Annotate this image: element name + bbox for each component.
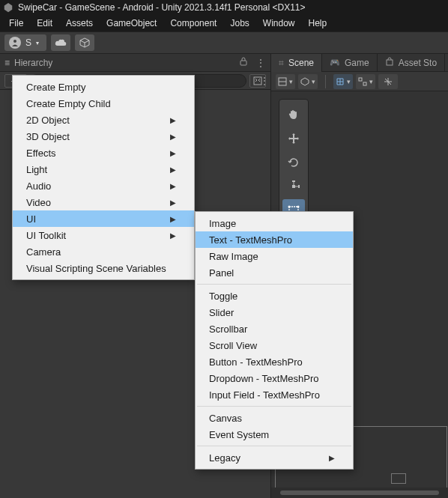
cm-visual-scripting[interactable]: Visual Scripting Scene Variables xyxy=(13,260,194,276)
scale-tool[interactable] xyxy=(282,175,305,198)
menu-gameobject[interactable]: GameObject xyxy=(100,16,163,30)
menu-window[interactable]: Window xyxy=(257,16,301,30)
hierarchy-tab-label: Hierarchy xyxy=(14,58,52,68)
cm-event-system[interactable]: Event System xyxy=(196,426,353,443)
cm-create-empty[interactable]: Create Empty xyxy=(13,79,194,95)
cm-label: UI Toolkit xyxy=(26,230,66,241)
menu-file[interactable]: File xyxy=(3,16,29,30)
lock-icon[interactable] xyxy=(239,57,248,68)
menu-component[interactable]: Component xyxy=(164,16,223,30)
cm-label: UI xyxy=(26,213,36,225)
svg-rect-2 xyxy=(240,61,246,65)
cloud-button[interactable] xyxy=(51,34,70,51)
cm-label: Visual Scripting Scene Variables xyxy=(26,263,166,274)
bag-icon xyxy=(385,57,394,68)
move-tool[interactable] xyxy=(282,127,305,150)
account-dropdown[interactable]: S ▾ xyxy=(4,34,46,51)
rotate-tool[interactable] xyxy=(282,151,305,174)
cm-2d-object[interactable]: 2D Object▶ xyxy=(13,112,194,128)
cm-label: Create Empty xyxy=(26,82,85,93)
tab-game-label: Game xyxy=(345,58,369,68)
box-button[interactable] xyxy=(75,34,94,51)
menu-jobs[interactable]: Jobs xyxy=(224,16,255,30)
cm-raw-image[interactable]: Raw Image xyxy=(196,248,353,264)
menu-assets[interactable]: Assets xyxy=(60,16,99,30)
scroll-thumb-h[interactable] xyxy=(280,491,439,495)
cm-label: Text - TextMeshPro xyxy=(209,234,292,246)
main-toolbar: S ▾ xyxy=(0,31,448,54)
hand-tool[interactable] xyxy=(282,103,305,126)
svg-point-1 xyxy=(13,40,16,43)
shading-mode-dropdown[interactable] xyxy=(276,74,295,89)
cm-label: Canvas xyxy=(209,413,242,424)
cm-video[interactable]: Video▶ xyxy=(13,194,194,210)
cm-label: Toggle xyxy=(209,291,237,302)
cm-audio[interactable]: Audio▶ xyxy=(13,177,194,194)
hierarchy-header: ≡ Hierarchy ⋮ xyxy=(0,54,270,72)
menu-separator xyxy=(197,406,351,407)
chevron-down-icon: ▾ xyxy=(36,40,39,46)
tab-asset-store[interactable]: Asset Sto xyxy=(378,54,445,72)
svg-rect-6 xyxy=(387,60,393,65)
cm-effects[interactable]: Effects▶ xyxy=(13,145,194,161)
viewport-handle-rect[interactable] xyxy=(391,473,406,484)
cm-dropdown-tmp[interactable]: Dropdown - TextMeshPro xyxy=(196,370,353,386)
cm-label: Video xyxy=(26,197,51,208)
svg-point-20 xyxy=(288,206,291,208)
cm-label: Event System xyxy=(209,429,269,440)
viewport-scrollbar-h[interactable] xyxy=(271,488,448,498)
cm-toggle[interactable]: Toggle xyxy=(196,288,353,304)
cm-label: 3D Object xyxy=(26,131,70,142)
cm-label: 2D Object xyxy=(26,115,70,126)
chevron-right-icon: ▶ xyxy=(170,231,176,240)
unity-logo-icon xyxy=(3,2,13,13)
hierarchy-tab[interactable]: ≡ Hierarchy xyxy=(4,58,52,68)
svg-rect-9 xyxy=(359,78,362,81)
chevron-right-icon: ▶ xyxy=(329,454,335,462)
tab-scene[interactable]: ⌗ Scene xyxy=(271,54,322,72)
cm-legacy[interactable]: Legacy▶ xyxy=(196,449,353,466)
scene-icon: ⌗ xyxy=(279,58,284,68)
window-titlebar: SwipeCar - GameScene - Android - Unity 2… xyxy=(0,0,448,15)
cm-button-tmp[interactable]: Button - TextMeshPro xyxy=(196,353,353,370)
cm-label: Image xyxy=(209,218,236,229)
svg-rect-16 xyxy=(292,180,295,182)
menu-help[interactable]: Help xyxy=(303,16,333,30)
cm-light[interactable]: Light▶ xyxy=(13,161,194,177)
main-menubar: File Edit Assets GameObject Component Jo… xyxy=(0,15,448,31)
gameobject-context-menu: Create Empty Create Empty Child 2D Objec… xyxy=(12,75,195,280)
chevron-right-icon: ▶ xyxy=(170,215,176,223)
cm-input-field-tmp[interactable]: Input Field - TextMeshPro xyxy=(196,386,353,403)
snap-increment-dropdown[interactable] xyxy=(356,74,375,89)
hierarchy-icon: ≡ xyxy=(4,58,10,68)
chevron-right-icon: ▶ xyxy=(170,149,176,157)
cm-3d-object[interactable]: 3D Object▶ xyxy=(13,128,194,145)
cm-ui[interactable]: UI▶ xyxy=(13,210,194,227)
account-letter: S xyxy=(25,37,31,48)
cm-scrollbar[interactable]: Scrollbar xyxy=(196,321,353,337)
cm-camera[interactable]: Camera xyxy=(13,243,194,260)
draw-mode-dropdown[interactable] xyxy=(298,74,318,89)
cm-panel[interactable]: Panel xyxy=(196,264,353,281)
chevron-right-icon: ▶ xyxy=(170,133,176,141)
snap-toggle[interactable] xyxy=(378,74,398,89)
cm-label: Legacy xyxy=(209,452,240,464)
grid-snap-dropdown[interactable] xyxy=(333,74,353,89)
menu-separator xyxy=(197,446,351,446)
cm-scroll-view[interactable]: Scroll View xyxy=(196,337,353,353)
cm-label: Camera xyxy=(26,246,61,258)
window-title: SwipeCar - GameScene - Android - Unity 2… xyxy=(18,2,306,13)
chevron-right-icon: ▶ xyxy=(170,166,176,174)
cm-text-tmp[interactable]: Text - TextMeshPro xyxy=(196,231,353,248)
cm-canvas[interactable]: Canvas xyxy=(196,410,353,426)
toolbar-divider xyxy=(325,75,326,88)
cm-ui-toolkit[interactable]: UI Toolkit▶ xyxy=(13,227,194,243)
cm-label: Input Field - TextMeshPro xyxy=(209,389,320,401)
menu-edit[interactable]: Edit xyxy=(31,16,58,30)
tab-game[interactable]: 🎮 Game xyxy=(322,54,378,72)
cm-image[interactable]: Image xyxy=(196,215,353,231)
cm-create-empty-child[interactable]: Create Empty Child xyxy=(13,95,194,112)
hierarchy-body-kebab[interactable]: ⋮ xyxy=(259,75,270,87)
cm-slider[interactable]: Slider xyxy=(196,304,353,321)
kebab-icon[interactable]: ⋮ xyxy=(255,59,266,67)
